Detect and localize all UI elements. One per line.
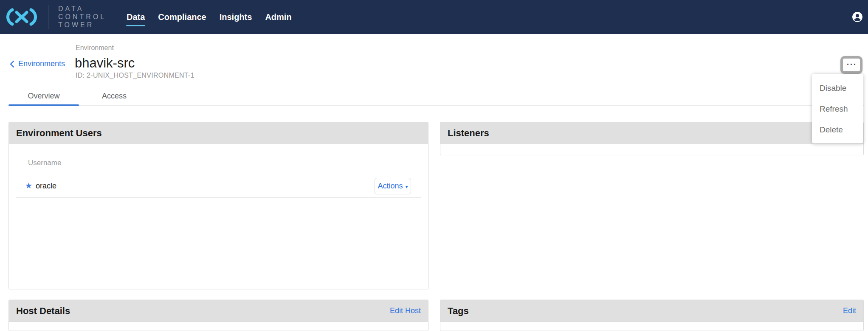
primary-nav: Data Compliance Insights Admin <box>127 0 292 34</box>
environment-users-card: Environment Users Username ★ oracle Acti… <box>8 122 428 289</box>
host-details-title: Host Details <box>16 306 70 317</box>
listeners-title: Listeners <box>448 128 489 139</box>
listeners-header: Listeners <box>440 122 863 144</box>
environment-users-title: Environment Users <box>16 128 102 139</box>
host-details-card: Host Details Edit Host <box>8 300 428 331</box>
brand-divider <box>48 5 48 29</box>
app-bar: DATA CONTROL TOWER Data Compliance Insig… <box>0 0 868 34</box>
brand-line-1: DATA <box>58 5 106 13</box>
account-circle-icon[interactable] <box>852 11 863 22</box>
tab-bar: Overview Access <box>8 87 864 106</box>
environment-kicker: Environment <box>76 44 114 52</box>
edit-tags-link[interactable]: Edit <box>843 306 856 315</box>
caret-down-icon: ▾ <box>406 184 408 190</box>
host-details-header: Host Details Edit Host <box>9 300 428 322</box>
brand-line-2: CONTROL <box>58 13 106 21</box>
environment-id: ID: 2-UNIX_HOST_ENVIRONMENT-1 <box>76 72 194 79</box>
menu-item-delete[interactable]: Delete <box>812 119 863 140</box>
menu-item-disable[interactable]: Disable <box>812 78 863 98</box>
nav-item-admin[interactable]: Admin <box>265 12 291 22</box>
listeners-card: Listeners <box>440 122 864 155</box>
tags-header: Tags Edit <box>440 300 863 322</box>
actions-dropdown-menu: Disable Refresh Delete <box>812 74 863 143</box>
username-column-header: Username <box>28 159 61 167</box>
environment-users-header: Environment Users <box>9 122 428 144</box>
ellipsis-icon: ⋯ <box>846 62 857 66</box>
username-cell: oracle <box>36 182 56 191</box>
menu-item-refresh[interactable]: Refresh <box>812 98 863 119</box>
star-icon: ★ <box>25 181 32 191</box>
more-actions-button[interactable]: ⋯ <box>840 56 862 74</box>
tags-card: Tags Edit <box>440 300 864 331</box>
nav-item-compliance[interactable]: Compliance <box>158 12 206 22</box>
page-root: DATA CONTROL TOWER Data Compliance Insig… <box>0 0 868 331</box>
row-actions-button[interactable]: Actions ▾ <box>375 178 411 194</box>
nav-item-data[interactable]: Data <box>127 12 145 22</box>
edit-host-link[interactable]: Edit Host <box>390 306 421 315</box>
nav-item-insights[interactable]: Insights <box>220 12 252 22</box>
tags-title: Tags <box>448 306 469 317</box>
brand-line-3: TOWER <box>58 21 106 29</box>
table-row: ★ oracle Actions ▾ <box>9 175 428 197</box>
breadcrumb-back-link[interactable]: Environments <box>9 59 65 68</box>
tab-access[interactable]: Access <box>79 87 149 105</box>
chevron-left-icon <box>9 60 14 68</box>
actions-label: Actions <box>378 182 403 191</box>
row-divider <box>16 197 421 198</box>
delphix-logo-icon <box>6 7 38 27</box>
tab-overview[interactable]: Overview <box>8 87 79 105</box>
breadcrumb-label: Environments <box>18 59 65 68</box>
page-title: bhavik-src <box>75 56 135 71</box>
brand-wordmark: DATA CONTROL TOWER <box>58 5 106 29</box>
